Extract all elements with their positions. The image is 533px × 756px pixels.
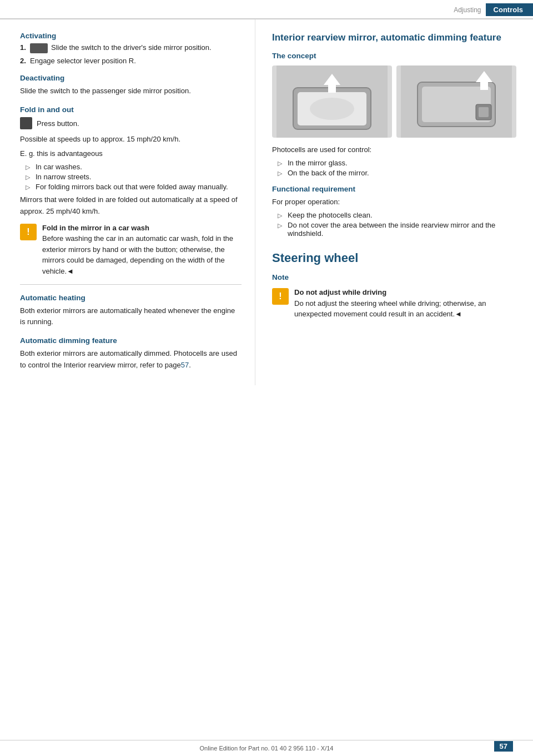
fold-button-icon xyxy=(20,117,32,129)
bullet-arrow-icon: ▷ xyxy=(278,212,283,219)
mirror-image-right xyxy=(396,65,516,138)
fold-text3: Mirrors that were folded in are folded o… xyxy=(20,194,242,216)
mirror-svg-left xyxy=(276,65,388,138)
fold-button-label: Press button. xyxy=(37,119,79,128)
bullet-arrow-icon: ▷ xyxy=(278,222,283,229)
activating-step1-item: 1. Slide the switch to the driver's side… xyxy=(20,43,242,53)
photocell-bullet-2: ▷ On the back of the mirror. xyxy=(272,169,516,177)
page-ref-link[interactable]: 57 xyxy=(181,361,189,369)
right-column: Interior rearview mirror, automatic dimm… xyxy=(255,19,533,385)
steering-warning-body: Do not adjust the steering wheel while d… xyxy=(294,298,516,320)
functional-text: For proper operation: xyxy=(272,196,516,208)
header: Adjusting Controls xyxy=(0,0,533,19)
warning-title: Fold in the mirror in a car wash xyxy=(42,223,242,234)
svg-point-5 xyxy=(310,98,354,120)
svg-rect-12 xyxy=(479,107,489,117)
warning-text-block: Fold in the mirror in a car wash Before … xyxy=(42,223,242,277)
photocells-bullets: ▷ In the mirror glass. ▷ On the back of … xyxy=(272,159,516,177)
fold-text2: E. g. this is advantageous xyxy=(20,148,242,159)
step1-content: Slide the switch to the driver's side mi… xyxy=(30,43,242,53)
fold-bullet-3-text: For folding mirrors back out that were f… xyxy=(36,183,228,191)
photocells-text: Photocells are used for control: xyxy=(272,144,516,155)
functional-heading: Functional requirement xyxy=(272,185,516,193)
bullet-arrow-icon: ▷ xyxy=(26,174,31,181)
step1-num: 1. xyxy=(20,43,30,52)
concept-heading: The concept xyxy=(272,52,516,60)
note-heading: Note xyxy=(272,273,516,281)
steering-warning-icon: ! xyxy=(272,288,289,305)
activating-heading: Activating xyxy=(20,32,242,40)
fold-bullet-3: ▷ For folding mirrors back out that were… xyxy=(20,183,242,191)
auto-dimming-heading: Automatic dimming feature xyxy=(20,336,242,345)
warning-block: ! Fold in the mirror in a car wash Befor… xyxy=(20,223,242,277)
mirror-images xyxy=(272,65,516,138)
deactivating-text: Slide the switch to the passenger side m… xyxy=(20,85,242,97)
warning-icon: ! xyxy=(20,224,37,240)
fold-text1: Possible at speeds up to approx. 15 mph/… xyxy=(20,134,242,145)
bullet-arrow-icon: ▷ xyxy=(26,184,31,191)
mirror-svg-right xyxy=(401,65,512,138)
auto-heating-heading: Automatic heating xyxy=(20,294,242,302)
steering-warning-title: Do not adjust while driving xyxy=(294,287,516,298)
footer-text: Online Edition for Part no. 01 40 2 956 … xyxy=(200,745,334,752)
auto-dimming-text: Both exterior mirrors are automatically … xyxy=(20,348,242,370)
bullet-arrow-icon: ▷ xyxy=(26,164,31,171)
header-controls-label: Controls xyxy=(486,3,533,16)
fold-bullet-2: ▷ In narrow streets. xyxy=(20,173,242,181)
divider xyxy=(20,284,242,285)
footer: Online Edition for Part no. 01 40 2 956 … xyxy=(0,740,533,756)
steering-heading: Steering wheel xyxy=(272,251,516,265)
fold-bullets: ▷ In car washes. ▷ In narrow streets. ▷ … xyxy=(20,163,242,191)
bullet-arrow-icon: ▷ xyxy=(278,160,283,167)
fold-bullet-1-text: In car washes. xyxy=(36,163,82,171)
activating-step2-item: 2. Engage selector lever position R. xyxy=(20,57,242,65)
svg-rect-10 xyxy=(480,82,488,90)
photocell-bullet-1-text: In the mirror glass. xyxy=(288,159,348,167)
main-content: Activating 1. Slide the switch to the dr… xyxy=(0,19,533,385)
footer-page-number: 57 xyxy=(494,741,513,752)
photocell-bullet-1: ▷ In the mirror glass. xyxy=(272,159,516,167)
interior-heading: Interior rearview mirror, automatic dimm… xyxy=(272,32,516,44)
warning-body: Before washing the car in an automatic c… xyxy=(42,233,242,276)
header-adjusting-label: Adjusting xyxy=(454,6,481,14)
fold-button-row: Press button. xyxy=(20,117,242,129)
deactivating-heading: Deactivating xyxy=(20,74,242,82)
bullet-arrow-icon: ▷ xyxy=(278,170,283,177)
mirror-image-left xyxy=(272,65,392,138)
step2-num: 2. xyxy=(20,57,30,65)
switch-icon xyxy=(30,43,48,53)
svg-rect-4 xyxy=(328,85,336,93)
functional-bullet-1: ▷ Keep the photocells clean. xyxy=(272,211,516,219)
step2-content: Engage selector lever position R. xyxy=(30,57,242,65)
functional-bullet-1-text: Keep the photocells clean. xyxy=(288,211,373,219)
functional-bullet-2-text: Do not cover the area between the inside… xyxy=(288,221,516,238)
steering-note-block: ! Do not adjust while driving Do not adj… xyxy=(272,287,516,320)
fold-bullet-1: ▷ In car washes. xyxy=(20,163,242,171)
auto-heating-text: Both exterior mirrors are automatically … xyxy=(20,305,242,327)
photocell-bullet-2-text: On the back of the mirror. xyxy=(288,169,369,177)
steering-warning-text: Do not adjust while driving Do not adjus… xyxy=(294,287,516,320)
functional-bullet-2: ▷ Do not cover the area between the insi… xyxy=(272,221,516,238)
left-column: Activating 1. Slide the switch to the dr… xyxy=(0,19,255,385)
fold-heading: Fold in and out xyxy=(20,105,242,114)
functional-bullets: ▷ Keep the photocells clean. ▷ Do not co… xyxy=(272,211,516,238)
fold-bullet-2-text: In narrow streets. xyxy=(36,173,91,181)
